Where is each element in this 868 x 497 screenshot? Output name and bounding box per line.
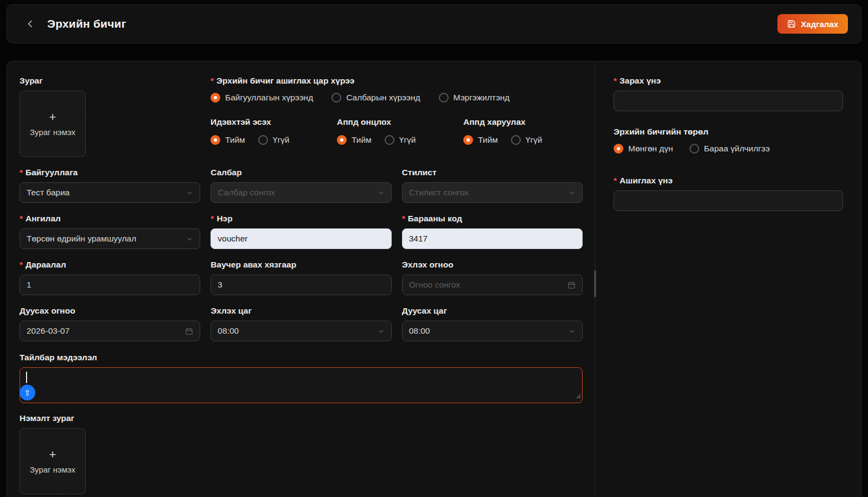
start-time-select[interactable]: 08:00 — [210, 321, 391, 341]
chevron-down-icon — [186, 235, 193, 243]
scrollbar-thumb[interactable] — [594, 270, 596, 297]
description-textarea[interactable] — [20, 367, 583, 403]
start-time-value: 08:00 — [218, 326, 239, 336]
required-asterisk: * — [20, 167, 23, 178]
branch-select[interactable]: Салбар сонгох — [210, 182, 391, 203]
voucher-type-radio-group: Мөнгөн дүн Бараа үйлчилгээ — [614, 144, 843, 154]
scope-option-branch[interactable]: Салбарын хүрээнд — [331, 93, 420, 103]
text-caret — [26, 372, 27, 383]
chevron-down-icon — [378, 189, 385, 196]
resize-handle-icon[interactable] — [576, 391, 581, 401]
toggle-app-visible: Аппд харуулах Тийм Үгүй — [463, 117, 590, 145]
image-upload-field: Зураг + Зураг нэмэх — [20, 75, 200, 157]
voucher-type-label: Эрхийн бичгийн төрөл — [614, 126, 843, 137]
sequence-input[interactable] — [20, 275, 200, 295]
name-input[interactable] — [210, 228, 391, 249]
extra-image-label: Нэмэлт зураг — [20, 413, 583, 424]
form-left-area: Зураг + Зураг нэмэх * Эрхийн бичиг ашигл… — [20, 75, 583, 497]
end-date-picker[interactable]: 2026-03-07 — [20, 321, 200, 341]
page-title: Эрхийн бичиг — [47, 17, 126, 30]
organization-field: * Байгууллага Тест бариа — [20, 167, 200, 203]
form-right-area: * Зарах үнэ Эрхийн бичгийн төрөл Мөнгөн … — [614, 75, 843, 497]
end-date-label: Дуусах огноо — [20, 305, 200, 316]
image-upload-label: Зураг — [20, 75, 200, 86]
radio-unchecked-icon — [385, 135, 394, 145]
radio-checked-icon — [210, 135, 220, 145]
scope-and-toggles: * Эрхийн бичиг ашиглах цар хүрээ Байгуул… — [210, 75, 590, 157]
category-label: Ангилал — [25, 213, 61, 224]
sell-price-input[interactable] — [614, 91, 843, 111]
use-price-label: Ашиглах үнэ — [620, 175, 673, 186]
back-button[interactable] — [23, 17, 37, 31]
voucher-limit-input[interactable] — [210, 275, 391, 295]
image-upload-box[interactable]: + Зураг нэмэх — [20, 91, 86, 157]
sell-price-field: * Зарах үнэ — [614, 75, 843, 111]
description-label: Тайлбар мэдээлэл — [20, 352, 583, 363]
radio-checked-icon — [210, 93, 220, 103]
image-upload-button-label: Зураг нэмэх — [30, 128, 75, 137]
voucher-limit-field: Ваучер авах хязгаар — [210, 259, 391, 295]
save-button[interactable]: Хадгалах — [777, 14, 848, 34]
toggle-app-visible-no[interactable]: Үгүй — [511, 135, 542, 145]
category-field: * Ангилал Төрсөн өдрийн урамшуулал — [20, 213, 200, 249]
name-field: * Нэр — [210, 213, 391, 249]
top-row: Зураг + Зураг нэмэх * Эрхийн бичиг ашигл… — [20, 75, 583, 157]
stylist-placeholder: Стилист сонгох — [409, 188, 469, 197]
chevron-down-icon — [569, 189, 576, 196]
stylist-select[interactable]: Стилист сонгох — [402, 182, 583, 203]
header-left: Эрхийн бичиг — [23, 17, 126, 31]
radio-checked-icon — [463, 135, 473, 145]
description-field: Тайлбар мэдээлэл ⇧ — [20, 352, 583, 403]
voucher-type-money[interactable]: Мөнгөн дүн — [614, 144, 673, 154]
scope-label: * Эрхийн бичиг ашиглах цар хүрээ — [210, 75, 590, 86]
required-asterisk: * — [614, 75, 617, 86]
calendar-icon — [567, 281, 576, 289]
scope-option-specialist[interactable]: Мэргэжилтэнд — [439, 93, 510, 103]
start-date-field: Эхлэх огноо Огноо сонгох — [402, 259, 583, 295]
category-select[interactable]: Төрсөн өдрийн урамшуулал — [20, 228, 200, 249]
chevron-down-icon — [186, 189, 193, 196]
use-price-input[interactable] — [614, 190, 843, 211]
radio-checked-icon — [614, 144, 623, 154]
branch-placeholder: Салбар сонгох — [218, 188, 275, 197]
required-asterisk: * — [614, 175, 617, 186]
end-date-value: 2026-03-07 — [27, 326, 69, 336]
end-time-select[interactable]: 08:00 — [402, 321, 583, 341]
toggle-active-no[interactable]: Үгүй — [258, 135, 290, 145]
required-asterisk: * — [210, 75, 214, 86]
plus-icon: + — [49, 111, 56, 123]
toggle-app-featured-yes[interactable]: Тийм — [337, 135, 372, 145]
required-asterisk: * — [210, 213, 214, 224]
extra-image-upload-button-label: Зураг нэмэх — [30, 465, 75, 474]
product-code-input[interactable] — [402, 228, 583, 249]
form-row-4: Дуусах огноо 2026-03-07 Эхлэх цаг 08:00 — [20, 305, 583, 341]
scope-option-organization[interactable]: Байгууллагын хүрээнд — [210, 93, 313, 103]
form-row-3: * Дараалал Ваучер авах хязгаар Эхлэх огн… — [20, 259, 583, 295]
radio-checked-icon — [337, 135, 347, 145]
toggle-active-yes[interactable]: Тийм — [210, 135, 245, 145]
use-price-field: * Ашиглах үнэ — [614, 175, 843, 211]
toggle-app-visible-yes[interactable]: Тийм — [463, 135, 498, 145]
chevron-left-icon — [25, 19, 35, 29]
radio-unchecked-icon — [331, 93, 341, 103]
toggle-app-featured-no[interactable]: Үгүй — [385, 135, 416, 145]
end-time-field: Дуусах цаг 08:00 — [402, 305, 583, 341]
form-row-2: * Ангилал Төрсөн өдрийн урамшуулал * Нэр — [20, 213, 583, 249]
form-panel: Зураг + Зураг нэмэх * Эрхийн бичиг ашигл… — [7, 61, 861, 497]
sell-price-label: Зарах үнэ — [620, 75, 661, 86]
organization-select[interactable]: Тест бариа — [20, 182, 200, 203]
ime-input-button[interactable]: ⇧ — [20, 385, 35, 400]
extra-image-upload-box[interactable]: + Зураг нэмэх — [20, 428, 86, 494]
voucher-type-goods[interactable]: Бараа үйлчилгээ — [690, 144, 770, 154]
end-time-value: 08:00 — [409, 326, 430, 336]
organization-value: Тест бариа — [27, 188, 69, 197]
toggle-app-featured: Аппд онцлох Тийм Үгүй — [337, 117, 463, 145]
start-date-picker[interactable]: Огноо сонгох — [402, 275, 583, 295]
scope-radio-group: Байгууллагын хүрээнд Салбарын хүрээнд Мэ… — [210, 93, 590, 103]
start-date-label: Эхлэх огноо — [402, 259, 583, 270]
calendar-icon — [185, 327, 193, 335]
end-date-field: Дуусах огноо 2026-03-07 — [20, 305, 200, 341]
plus-icon: + — [49, 449, 56, 461]
radio-unchecked-icon — [511, 135, 521, 145]
category-value: Төрсөн өдрийн урамшуулал — [27, 234, 136, 244]
